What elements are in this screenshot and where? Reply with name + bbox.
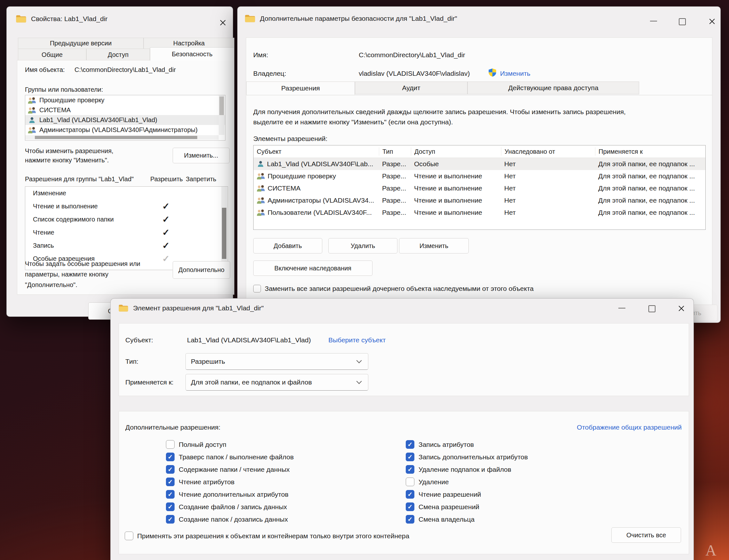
table-body: Lab1_Vlad (VLADISLAV340F\Lab... Разре...… (253, 158, 705, 219)
cell-subject: Пользователи (VLADISLAV340F... (267, 209, 372, 216)
groups-vertical-scrollbar[interactable] (219, 95, 224, 135)
permission-checkbox[interactable] (166, 478, 174, 486)
table-row[interactable]: Lab1_Vlad (VLADISLAV340F\Lab... Разре...… (253, 158, 705, 170)
permission-row[interactable]: Изменение (25, 187, 228, 200)
group-icon (257, 197, 265, 204)
close-icon[interactable] (678, 305, 685, 312)
change-owner-link[interactable]: Изменить (500, 70, 531, 77)
group-name: СИСТЕМА (39, 106, 71, 114)
groups-list[interactable]: Прошедшие проверку СИСТЕМА Lab1_Vlad (VL… (25, 95, 225, 141)
folder-icon (118, 304, 128, 312)
permission-checkbox[interactable] (166, 453, 174, 461)
column-type[interactable]: Тип (379, 147, 411, 156)
tab-auditing[interactable]: Аудит (355, 82, 468, 94)
permission-row[interactable]: Список содержимого папки (25, 213, 228, 226)
maximize-icon[interactable] (648, 305, 655, 312)
enable-inheritance-button[interactable]: Включение наследования (253, 261, 373, 276)
column-subject[interactable]: Субъект (253, 147, 379, 156)
table-row[interactable]: СИСТЕМА Разре... Чтение и выполнение Нет… (253, 182, 705, 194)
replace-child-permissions-checkbox[interactable] (253, 285, 261, 292)
maximize-icon[interactable] (679, 18, 686, 25)
table-row[interactable]: Прошедшие проверку Разре... Чтение и вып… (253, 170, 705, 182)
permission-checkbox[interactable] (406, 453, 415, 461)
permission-row[interactable]: Чтение и выполнение (25, 200, 228, 213)
edit-permissions-button[interactable]: Изменить... (173, 148, 229, 163)
type-select[interactable]: Разрешить (185, 353, 369, 370)
minimize-icon[interactable] (618, 308, 625, 308)
permission-row[interactable]: Чтение (25, 226, 228, 239)
permission-checkbox[interactable] (406, 490, 415, 499)
group-list-item[interactable]: СИСТЕМА (25, 105, 225, 115)
tab-effective-access[interactable]: Действующие права доступа (468, 82, 639, 94)
cell-type: Разре... (379, 209, 411, 216)
group-list-item[interactable]: Lab1_Vlad (VLADISLAV340F\Lab1_Vlad) (25, 115, 225, 125)
object-name-label: Имя объекта: (25, 66, 65, 74)
permission-checkbox[interactable] (406, 440, 415, 449)
edit-button[interactable]: Изменить (399, 238, 469, 253)
permission-checkbox-row: Чтение разрешений (406, 490, 528, 499)
permission-name: Запись (33, 242, 54, 249)
advanced-security-dialog: Дополнительные параметры безопасности дл… (237, 6, 721, 323)
entry-titlebar[interactable]: Элемент разрешения для "Lab1_Vlad_dir" (111, 299, 694, 318)
column-access[interactable]: Доступ (411, 147, 501, 156)
table-row[interactable]: Администраторы (VLADISLAV34... Разре... … (253, 194, 705, 206)
properties-titlebar[interactable]: Свойства: Lab1_Vlad_dir (7, 7, 233, 31)
advanced-button[interactable]: Дополнительно (173, 261, 230, 279)
container-only-row: Применять эти разрешения к объектам и ко… (125, 532, 409, 540)
permissions-list[interactable]: Изменение Чтение и выполнение Список сод… (25, 186, 228, 270)
container-only-checkbox[interactable] (125, 532, 133, 540)
permission-checkbox[interactable] (406, 478, 415, 486)
tab-sharing[interactable]: Доступ (86, 49, 150, 61)
chevron-down-icon (356, 379, 362, 384)
permission-checkbox[interactable] (406, 515, 415, 524)
add-button[interactable]: Добавить (253, 238, 322, 253)
cell-applies: Для этой папки, ее подпапок ... (595, 160, 705, 168)
table-header[interactable]: Субъект Тип Доступ Унаследовано от Приме… (253, 145, 705, 158)
permission-checkbox[interactable] (166, 490, 174, 499)
tab-general[interactable]: Общие (18, 49, 86, 61)
minimize-icon[interactable] (650, 21, 657, 21)
select-subject-link[interactable]: Выберите субъект (328, 336, 386, 344)
table-row[interactable]: Пользователи (VLADISLAV340F... Разре... … (253, 206, 705, 219)
permission-row[interactable]: Запись (25, 239, 228, 252)
button-label: Включение наследования (274, 265, 351, 272)
close-icon[interactable] (219, 19, 227, 27)
permission-checkbox-label: Удаление (419, 478, 449, 486)
permission-checkbox-row: Удаление подпапок и файлов (406, 465, 528, 474)
advanced-titlebar[interactable]: Дополнительные параметры безопасности дл… (237, 7, 720, 30)
groups-horizontal-scrollbar[interactable] (25, 135, 219, 140)
column-inherited[interactable]: Унаследовано от (501, 147, 595, 156)
tab-security[interactable]: Безопасность (150, 47, 234, 61)
advanced-hint-line3: "Дополнительно". (25, 280, 140, 290)
permission-checkbox[interactable] (166, 465, 174, 474)
container-only-label: Применять эти разрешения к объектам и ко… (137, 532, 409, 540)
clear-all-button[interactable]: Очистить все (611, 527, 681, 543)
group-list-item[interactable]: Прошедшие проверку (25, 95, 225, 105)
group-name: Lab1_Vlad (VLADISLAV340F\Lab1_Vlad) (39, 116, 157, 124)
groups-label: Группы или пользователи: (25, 86, 103, 93)
tab-label: Разрешения (281, 84, 320, 92)
cell-applies: Для этой папки, ее подпапок ... (595, 184, 705, 192)
permission-checkbox-label: Удаление подпапок и файлов (419, 466, 511, 473)
tab-permissions[interactable]: Разрешения (246, 82, 355, 95)
advanced-content-panel: Имя: C:\commonDirectory\Lab1_Vlad_dir Вл… (246, 37, 712, 321)
permission-checkbox-row: Удаление (406, 478, 528, 486)
close-icon[interactable] (708, 18, 716, 25)
permission-checkbox[interactable] (166, 515, 174, 524)
permission-checkbox[interactable] (166, 440, 174, 449)
cell-inherited: Нет (501, 184, 595, 192)
group-list-item[interactable]: Администраторы (VLADISLAV340F\Администра… (25, 125, 225, 135)
permission-checkbox[interactable] (406, 502, 415, 511)
permission-checkbox[interactable] (166, 502, 174, 511)
remove-button[interactable]: Удалить (328, 238, 398, 253)
permissions-vertical-scrollbar[interactable] (221, 187, 227, 269)
permission-checkbox[interactable] (406, 465, 415, 474)
tab-label: Предыдущие версии (50, 40, 112, 47)
column-applies[interactable]: Применяется к (595, 147, 705, 156)
dialog-title: Свойства: Lab1_Vlad_dir (31, 15, 107, 23)
tab-previous-versions[interactable]: Предыдущие версии (18, 38, 143, 49)
applies-select[interactable]: Для этой папки, ее подпапок и файлов (185, 374, 369, 391)
show-basic-permissions-link[interactable]: Отображение общих разрешений (577, 424, 682, 431)
type-label: Тип: (125, 358, 138, 365)
subject-label: Субъект: (125, 336, 153, 344)
